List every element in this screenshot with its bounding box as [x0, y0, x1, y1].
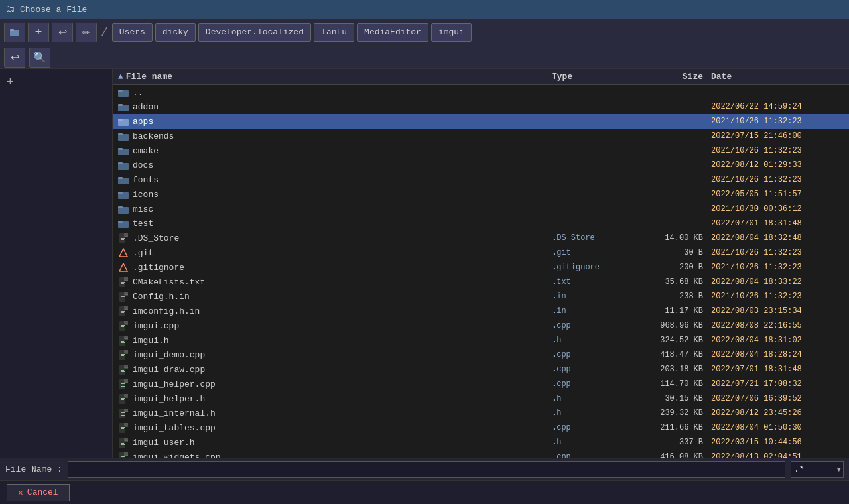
file-size: 211.66 KB [631, 423, 711, 432]
file-date: 2022/07/15 21:46:00 [711, 131, 844, 141]
file-date: 2022/07/06 16:39:52 [711, 394, 844, 403]
table-row[interactable]: imgui_user.h .h 337 B 2022/03/15 10:44:5… [113, 435, 849, 450]
table-row[interactable]: imgui_tables.cpp .cpp 211.66 KB 2022/08/… [113, 420, 849, 435]
svg-rect-13 [118, 162, 123, 164]
file-name-cell: cmake [118, 145, 552, 156]
table-row[interactable]: imgui_widgets.cpp .cpp 416.08 KB 2022/08… [113, 450, 849, 458]
filename-text: imgui_helper.cpp [133, 379, 216, 389]
git-icon [118, 262, 129, 273]
file-list[interactable]: .. addon 2022/06/22 14:59:24 apps 2021/1… [113, 85, 849, 458]
column-header-date[interactable]: Date [711, 72, 844, 82]
file-type: .cpp [552, 365, 631, 374]
edit-button[interactable]: ✏ [76, 23, 97, 42]
table-row[interactable]: docs 2022/08/12 01:29:33 [113, 158, 849, 172]
svg-rect-74 [121, 415, 125, 416]
table-row[interactable]: .DS_Store .DS_Store 14.00 KB 2022/08/04 … [113, 231, 849, 245]
file-size: 418.47 KB [631, 350, 711, 359]
file-type: .cpp [552, 321, 631, 330]
file-name-cell: imgui.h [118, 335, 552, 346]
filename-text: imgui_user.h [133, 438, 195, 448]
table-row[interactable]: imgui_internal.h .h 239.32 KB 2022/08/12… [113, 406, 849, 420]
sidebar-add-button[interactable]: + [0, 73, 112, 92]
filename-text: imgui_demo.cpp [133, 350, 205, 360]
table-row[interactable]: test 2022/07/01 18:31:48 [113, 216, 849, 231]
column-header-type[interactable]: Type [552, 72, 631, 82]
file-name-cell: Config.h.in [118, 291, 552, 302]
svg-rect-15 [118, 177, 123, 179]
file-name-cell: imgui_internal.h [118, 408, 552, 418]
svg-rect-35 [121, 298, 124, 298]
svg-rect-3 [118, 90, 123, 92]
new-folder-button[interactable] [4, 23, 25, 42]
svg-rect-48 [121, 341, 124, 342]
file-size: 200 B [631, 263, 711, 272]
file-type: .h [552, 438, 631, 447]
cancel-button[interactable]: ✕ Cancel [7, 484, 70, 501]
title-bar: 🗂 Choose a File [0, 0, 849, 19]
file-name-cell: imgui_tables.cpp [118, 422, 552, 433]
table-row[interactable]: imgui.h .h 324.52 KB 2022/08/04 18:31:02 [113, 333, 849, 347]
file-date: 2022/08/12 23:45:26 [711, 409, 844, 418]
table-row[interactable]: imconfig.h.in .in 11.17 KB 2022/08/03 23… [113, 304, 849, 318]
filename-text: .gitignore [133, 263, 184, 273]
filename-text: icons [133, 190, 159, 200]
table-row[interactable]: .gitignore .gitignore 200 B 2021/10/26 1… [113, 260, 849, 275]
table-row[interactable]: imgui_helper.cpp .cpp 114.70 KB 2022/07/… [113, 377, 849, 391]
file-name-cell: docs [118, 160, 552, 170]
table-row[interactable]: imgui_demo.cpp .cpp 418.47 KB 2022/08/04… [113, 347, 849, 362]
breadcrumb-dicky[interactable]: dicky [155, 23, 196, 42]
file-date: 2021/10/30 00:36:12 [711, 204, 844, 214]
search-button[interactable]: 🔍 [29, 48, 50, 68]
file-size: 324.52 KB [631, 336, 711, 345]
svg-rect-78 [121, 428, 124, 429]
svg-rect-59 [121, 371, 125, 372]
file-name-cell: .git [118, 247, 552, 258]
file-name-cell: addon [118, 101, 552, 112]
file-size: 968.96 KB [631, 321, 711, 330]
breadcrumb-mediaeditor[interactable]: MediaEditor [357, 23, 428, 42]
toolbar2: ↩ 🔍 [0, 46, 849, 69]
file-date: 2022/08/04 18:32:48 [711, 233, 844, 243]
table-row[interactable]: cmake 2021/10/26 11:32:23 [113, 143, 849, 158]
table-row[interactable]: fonts 2021/10/26 11:32:23 [113, 172, 849, 187]
breadcrumb-tanlu[interactable]: TanLu [314, 23, 354, 42]
table-row[interactable]: Config.h.in .in 238 B 2021/10/26 11:32:2… [113, 289, 849, 304]
file-type: .h [552, 409, 631, 418]
table-row[interactable]: icons 2022/05/05 11:51:57 [113, 187, 849, 202]
column-header-name[interactable]: ▲ File name [118, 72, 552, 82]
file-name-cell: CMakeLists.txt [118, 277, 552, 287]
svg-rect-24 [121, 238, 125, 239]
back-button[interactable]: ↩ [52, 23, 73, 42]
table-row[interactable]: misc 2021/10/30 00:36:12 [113, 202, 849, 216]
add-button[interactable]: + [28, 23, 49, 42]
file-name-cell: misc [118, 204, 552, 214]
table-row[interactable]: CMakeLists.txt .txt 35.68 KB 2022/08/04 … [113, 275, 849, 289]
folder-icon [118, 218, 129, 229]
table-row[interactable]: .. [113, 85, 849, 99]
table-row[interactable]: imgui_helper.h .h 30.15 KB 2022/07/06 16… [113, 391, 849, 406]
file-name-cell: .DS_Store [118, 233, 552, 243]
filename-input[interactable] [68, 461, 785, 478]
svg-rect-37 [125, 306, 128, 310]
breadcrumb-users[interactable]: Users [112, 23, 153, 42]
file-name-cell: imconfig.h.in [118, 306, 552, 316]
filter-select[interactable]: .* [791, 461, 844, 478]
table-row[interactable]: .git .git 30 B 2021/10/26 11:32:23 [113, 245, 849, 260]
folder-icon [118, 101, 129, 112]
table-row[interactable]: apps 2021/10/26 11:32:23 [113, 114, 849, 129]
table-row[interactable]: imgui_draw.cpp .cpp 203.18 KB 2022/07/01… [113, 362, 849, 377]
svg-rect-79 [121, 430, 125, 430]
history-button[interactable]: ↩ [4, 48, 25, 68]
file-icon [118, 277, 129, 287]
breadcrumb-developer[interactable]: Developer.localized [198, 23, 311, 42]
svg-rect-1 [10, 29, 14, 31]
git-icon [118, 247, 129, 258]
svg-rect-54 [121, 357, 125, 357]
breadcrumb-imgui[interactable]: imgui [431, 23, 472, 42]
table-row[interactable]: addon 2022/06/22 14:59:24 [113, 99, 849, 114]
file-size: 114.70 KB [631, 379, 711, 389]
column-header-size[interactable]: Size [631, 72, 711, 82]
filename-text: Config.h.in [133, 292, 190, 302]
table-row[interactable]: imgui.cpp .cpp 968.96 KB 2022/08/08 22:1… [113, 318, 849, 333]
table-row[interactable]: backends 2022/07/15 21:46:00 [113, 129, 849, 143]
